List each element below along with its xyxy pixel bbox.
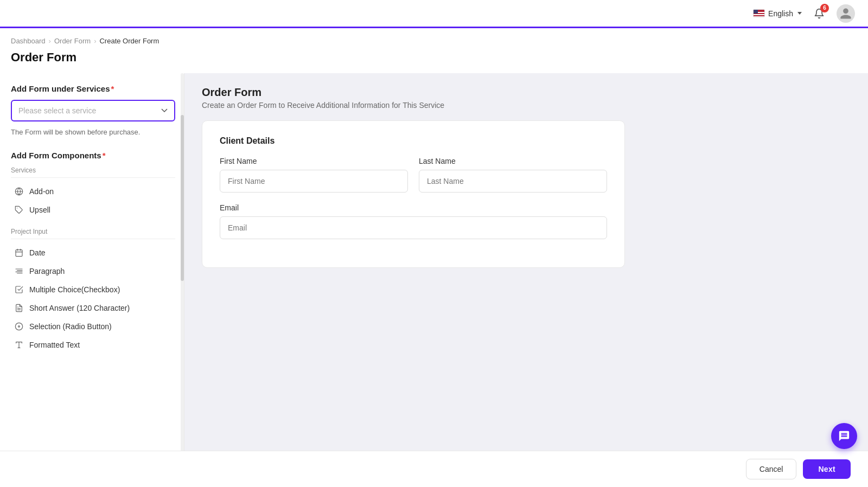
cancel-button[interactable]: Cancel bbox=[746, 459, 797, 479]
required-star-2: * bbox=[103, 151, 106, 160]
category-project-label: Project Input bbox=[11, 228, 175, 235]
breadcrumb-dashboard[interactable]: Dashboard bbox=[11, 37, 46, 45]
next-button[interactable]: Next bbox=[803, 459, 851, 479]
email-input[interactable] bbox=[220, 216, 607, 239]
component-paragraph[interactable]: Paragraph bbox=[11, 262, 175, 280]
user-icon bbox=[839, 7, 852, 20]
notification-badge: 6 bbox=[820, 4, 829, 12]
svg-point-13 bbox=[18, 325, 20, 327]
chevron-down-icon bbox=[797, 12, 802, 15]
component-short-answer[interactable]: Short Answer (120 Character) bbox=[11, 299, 175, 317]
tag-icon bbox=[14, 205, 24, 215]
svg-point-14 bbox=[15, 323, 22, 330]
user-avatar[interactable] bbox=[837, 4, 855, 23]
required-star-1: * bbox=[111, 84, 114, 93]
scroll-thumb[interactable] bbox=[181, 115, 184, 281]
component-formatted-text[interactable]: Formatted Text bbox=[11, 336, 175, 354]
breadcrumb-current: Create Order Form bbox=[99, 37, 159, 45]
last-name-field: Last Name bbox=[419, 157, 607, 193]
last-name-input[interactable] bbox=[419, 170, 607, 193]
email-row: Email bbox=[220, 203, 607, 239]
chat-widget[interactable] bbox=[831, 423, 857, 449]
client-details-heading: Client Details bbox=[220, 136, 607, 146]
formatted-text-label: Formatted Text bbox=[29, 341, 80, 349]
chat-icon bbox=[838, 430, 850, 442]
short-answer-label: Short Answer (120 Character) bbox=[29, 304, 130, 312]
paragraph-label: Paragraph bbox=[29, 267, 65, 275]
notification-button[interactable]: 6 bbox=[810, 5, 828, 22]
breadcrumb-sep-1: › bbox=[49, 37, 51, 45]
add-form-title: Add Form under Services* bbox=[11, 84, 175, 93]
form-panel-subtitle: Create an Order Form to Receive Addition… bbox=[202, 101, 851, 110]
scroll-track bbox=[181, 73, 184, 487]
component-date[interactable]: Date bbox=[11, 244, 175, 262]
breadcrumb: Dashboard › Order Form › Create Order Fo… bbox=[0, 28, 868, 48]
radio-label: Selection (Radio Button) bbox=[29, 322, 112, 331]
upsell-label: Upsell bbox=[29, 206, 50, 214]
top-bar: English 6 bbox=[0, 0, 868, 28]
svg-rect-3 bbox=[16, 249, 22, 256]
component-radio[interactable]: Selection (Radio Button) bbox=[11, 317, 175, 336]
action-bar: Cancel Next bbox=[0, 451, 868, 487]
component-addon[interactable]: Add-on bbox=[11, 182, 175, 201]
right-panel: Order Form Create an Order Form to Recei… bbox=[184, 73, 868, 487]
date-label: Date bbox=[29, 248, 46, 257]
type-icon bbox=[14, 340, 24, 350]
divider-services bbox=[11, 177, 175, 178]
page-title: Order Form bbox=[0, 48, 868, 73]
addon-label: Add-on bbox=[29, 187, 54, 196]
select-hint: The Form will be shown before purchase. bbox=[11, 127, 175, 138]
component-upsell[interactable]: Upsell bbox=[11, 201, 175, 219]
component-checkbox[interactable]: Multiple Choice(Checkbox) bbox=[11, 280, 175, 299]
content-area: Add Form under Services* Please select a… bbox=[0, 73, 868, 487]
last-name-label: Last Name bbox=[419, 157, 607, 165]
breadcrumb-order-form[interactable]: Order Form bbox=[54, 37, 91, 45]
service-select[interactable]: Please select a service bbox=[11, 100, 175, 121]
sidebar: Add Form under Services* Please select a… bbox=[0, 73, 184, 487]
client-details-card: Client Details First Name Last Name Emai… bbox=[202, 120, 625, 268]
first-name-input[interactable] bbox=[220, 170, 408, 193]
add-components-title: Add Form Components* bbox=[11, 151, 175, 160]
main-wrapper: Dashboard › Order Form › Create Order Fo… bbox=[0, 28, 868, 487]
form-panel-title: Order Form bbox=[202, 86, 851, 99]
language-label: English bbox=[768, 9, 793, 18]
file-text-icon bbox=[14, 303, 24, 313]
email-field: Email bbox=[220, 203, 607, 239]
divider-project bbox=[11, 239, 175, 239]
flag-icon bbox=[753, 9, 765, 17]
checkbox-label: Multiple Choice(Checkbox) bbox=[29, 285, 120, 294]
category-services-label: Services bbox=[11, 166, 175, 174]
language-selector[interactable]: English bbox=[753, 9, 802, 18]
name-row: First Name Last Name bbox=[220, 157, 607, 193]
calendar-icon bbox=[14, 248, 24, 258]
globe-icon bbox=[14, 187, 24, 196]
check-square-icon bbox=[14, 285, 24, 294]
email-label: Email bbox=[220, 203, 607, 212]
first-name-field: First Name bbox=[220, 157, 408, 193]
first-name-label: First Name bbox=[220, 157, 408, 165]
radio-icon bbox=[14, 322, 24, 331]
list-icon bbox=[14, 266, 24, 276]
breadcrumb-sep-2: › bbox=[94, 37, 96, 45]
